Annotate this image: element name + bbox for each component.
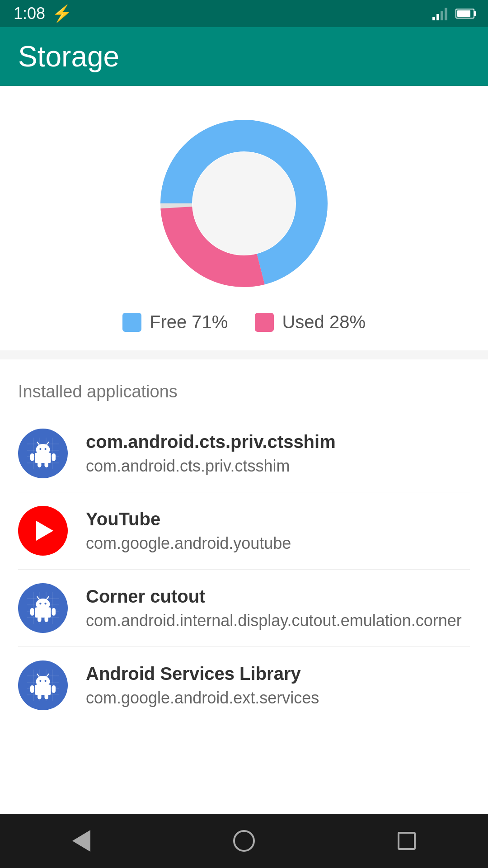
svg-point-25 <box>36 599 50 610</box>
page-title: Storage <box>18 40 119 73</box>
svg-rect-14 <box>45 462 48 467</box>
app-name: Corner cutout <box>86 586 470 607</box>
app-name: Android Services Library <box>86 664 470 684</box>
svg-point-3 <box>192 152 296 255</box>
app-list: com.android.cts.priv.ctsshim com.android… <box>18 415 470 724</box>
app-icon-android <box>18 660 68 710</box>
back-icon <box>72 830 90 852</box>
nav-bar <box>0 814 488 868</box>
svg-point-6 <box>36 444 50 455</box>
app-info: Corner cutout com.android.internal.displ… <box>86 586 470 630</box>
android-icon-svg <box>27 670 59 701</box>
chart-section: Free 71% Used 28% <box>0 86 488 350</box>
youtube-play-icon <box>36 521 53 541</box>
main-content: Free 71% Used 28% Installed applications <box>0 86 488 814</box>
signal-icon <box>432 7 449 20</box>
recents-icon <box>398 832 416 850</box>
svg-rect-13 <box>38 462 41 467</box>
legend-free-label: Free 71% <box>150 312 228 332</box>
app-name: com.android.cts.priv.ctsshim <box>86 432 470 452</box>
battery-icon <box>455 9 474 19</box>
app-bar: Storage <box>0 27 488 86</box>
android-icon-svg <box>27 438 59 469</box>
legend-used-box <box>255 313 274 332</box>
donut-svg <box>154 113 334 294</box>
app-package: com.google.android.youtube <box>86 534 470 553</box>
app-icon-android <box>18 583 68 633</box>
app-icon-youtube <box>18 506 68 556</box>
legend-used-label: Used 28% <box>282 312 366 332</box>
installed-section: Installed applications <box>0 359 488 814</box>
app-package: com.android.internal.display.cutout.emul… <box>86 611 470 630</box>
installed-section-title: Installed applications <box>18 382 470 401</box>
svg-rect-52 <box>45 693 48 699</box>
home-icon <box>233 830 255 852</box>
app-icon-android <box>18 429 68 478</box>
app-item[interactable]: com.android.cts.priv.ctsshim com.android… <box>18 415 470 492</box>
legend-used: Used 28% <box>255 312 366 332</box>
svg-rect-32 <box>38 616 41 622</box>
app-item[interactable]: Android Services Library com.google.andr… <box>18 647 470 724</box>
app-info: com.android.cts.priv.ctsshim com.android… <box>86 432 470 476</box>
app-info: Android Services Library com.google.andr… <box>86 664 470 708</box>
app-item[interactable]: YouTube com.google.android.youtube <box>18 492 470 570</box>
app-package: com.google.android.ext.services <box>86 689 470 708</box>
legend-free-box <box>122 313 141 332</box>
status-bar: 1:08 ⚡ <box>0 0 488 27</box>
app-package: com.android.cts.priv.ctsshim <box>86 457 470 476</box>
legend-free: Free 71% <box>122 312 228 332</box>
svg-rect-51 <box>38 693 41 699</box>
svg-point-44 <box>36 676 50 687</box>
nav-home-button[interactable] <box>221 818 267 863</box>
status-right <box>432 7 474 20</box>
app-info: YouTube com.google.android.youtube <box>86 509 470 553</box>
nav-recents-button[interactable] <box>384 818 429 863</box>
lightning-icon: ⚡ <box>52 4 72 23</box>
nav-back-button[interactable] <box>59 818 104 863</box>
android-icon-svg <box>27 592 59 624</box>
status-left: 1:08 ⚡ <box>14 4 72 23</box>
svg-rect-33 <box>45 616 48 622</box>
app-item[interactable]: Corner cutout com.android.internal.displ… <box>18 570 470 647</box>
donut-chart <box>154 113 334 294</box>
status-time: 1:08 <box>14 4 45 23</box>
app-name: YouTube <box>86 509 470 529</box>
chart-legend: Free 71% Used 28% <box>122 312 366 332</box>
